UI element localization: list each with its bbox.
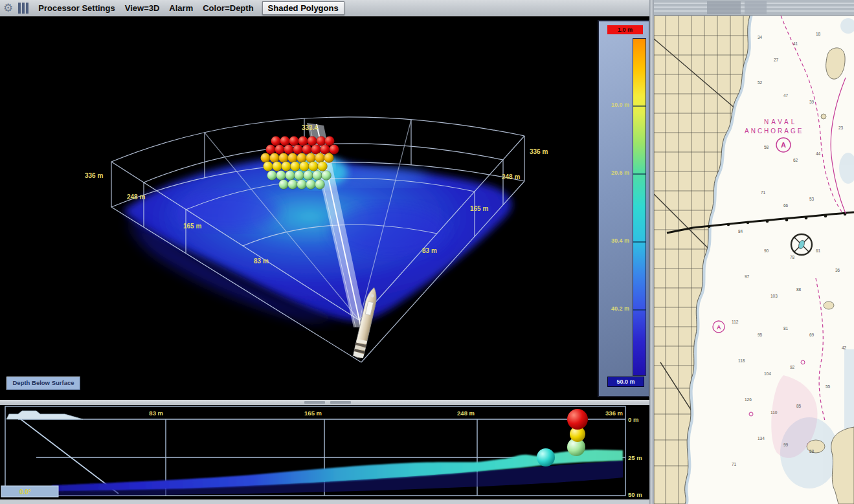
- scale-max-depth-badge: 50.0 m: [607, 377, 644, 387]
- svg-text:90: 90: [764, 248, 769, 253]
- svg-text:81: 81: [783, 326, 789, 331]
- bottom-frame-strip: [0, 499, 649, 504]
- nautical-chart-panel[interactable]: NAVAL ANCHORAGE A A 34274118524739586244…: [654, 0, 854, 504]
- svg-text:23: 23: [838, 126, 844, 130]
- vertical-splitter[interactable]: [649, 0, 654, 504]
- chart-toolbar-strip[interactable]: [654, 0, 854, 16]
- tab-shaded-polygons[interactable]: Shaded Polygons: [262, 1, 344, 15]
- svg-text:44: 44: [816, 151, 821, 156]
- svg-text:18: 18: [816, 32, 821, 36]
- target-peak-range-label: 333.4: [302, 124, 318, 131]
- profile-depth-50: 50 m: [628, 491, 642, 498]
- range-label-right-165: 165 m: [470, 205, 488, 212]
- svg-text:66: 66: [783, 203, 789, 208]
- scale-label-10m: 10.0 m: [599, 102, 629, 108]
- range-label-left-248: 248 m: [127, 193, 145, 201]
- scale-tick-10m: [633, 105, 646, 107]
- svg-text:58: 58: [809, 449, 815, 454]
- sonar-3d-viewport[interactable]: 336 m 248 m 165 m 83 m 336 m 248 m 165 m…: [0, 17, 649, 400]
- scale-tick-40m: [633, 309, 646, 311]
- svg-text:95: 95: [758, 333, 763, 337]
- app-window: ⚙ Processor Settings View=3D Alarm Color…: [0, 0, 854, 504]
- menu-item-view-3d[interactable]: View=3D: [125, 3, 160, 13]
- svg-text:103: 103: [770, 294, 778, 298]
- svg-text:134: 134: [758, 436, 765, 441]
- profile-range-165: 165 m: [304, 410, 322, 417]
- scale-min-depth-badge: 1.0 m: [607, 25, 643, 34]
- svg-text:110: 110: [770, 410, 778, 415]
- range-label-left-165: 165 m: [183, 223, 201, 230]
- svg-text:71: 71: [732, 462, 737, 466]
- svg-text:97: 97: [745, 274, 750, 279]
- svg-text:88: 88: [796, 287, 802, 292]
- scale-label-40m: 40.2 m: [599, 305, 629, 312]
- svg-text:85: 85: [796, 404, 802, 408]
- svg-text:41: 41: [793, 41, 798, 46]
- svg-text:71: 71: [761, 190, 766, 195]
- svg-text:112: 112: [732, 320, 739, 324]
- menu-item-processor-settings[interactable]: Processor Settings: [38, 3, 115, 13]
- profile-depth-25: 25 m: [628, 454, 642, 461]
- tilt-angle-badge: 0.0°: [1, 486, 58, 497]
- menu-item-color-depth[interactable]: Color=Depth: [203, 3, 253, 13]
- svg-text:118: 118: [738, 358, 745, 363]
- menu-item-alarm[interactable]: Alarm: [169, 3, 193, 13]
- svg-text:92: 92: [790, 365, 795, 369]
- scale-tick-30m: [633, 241, 646, 243]
- svg-text:58: 58: [764, 145, 769, 149]
- menu-bar: ⚙ Processor Settings View=3D Alarm Color…: [0, 0, 649, 17]
- anchorage-text-2: ANCHORAGE: [745, 127, 803, 135]
- svg-text:55: 55: [826, 384, 831, 389]
- range-label-left-336: 336 m: [85, 172, 103, 179]
- depth-below-surface-button[interactable]: Depth Below Surface: [6, 377, 80, 390]
- splitter-handle-1[interactable]: [304, 401, 325, 404]
- svg-text:47: 47: [783, 93, 789, 98]
- chart-toolbar-block-2[interactable]: [745, 1, 767, 14]
- tilt-angle-value: 0.0°: [19, 488, 31, 496]
- anchorage-text-1: NAVAL: [764, 118, 797, 126]
- scale-label-20m: 20.6 m: [599, 170, 629, 176]
- profile-range-83: 83 m: [149, 410, 163, 417]
- svg-text:36: 36: [835, 268, 840, 272]
- profile-range-248: 248 m: [457, 410, 475, 417]
- profile-depth-0: 0 m: [628, 416, 638, 423]
- svg-text:99: 99: [783, 443, 789, 447]
- horizontal-splitter[interactable]: [0, 400, 649, 405]
- depth-gradient-bar: [633, 38, 646, 376]
- settings-gear-icon[interactable]: ⚙: [3, 3, 13, 14]
- svg-text:61: 61: [816, 248, 821, 253]
- svg-text:84: 84: [738, 229, 743, 234]
- scale-label-30m: 30.4 m: [599, 237, 629, 244]
- svg-text:52: 52: [758, 80, 763, 85]
- svg-text:53: 53: [809, 197, 815, 201]
- depth-color-scale: 1.0 m 10.0 m 20.6 m 30.4 m 40.2 m 50.0 m: [598, 20, 650, 397]
- depth-profile-viewport[interactable]: 83 m 165 m 248 m 336 m 0 m 25 m 50 m 0.0…: [0, 405, 649, 499]
- splitter-handle-2[interactable]: [330, 401, 351, 404]
- range-label-left-83: 83 m: [254, 257, 269, 265]
- menu-grille-icon[interactable]: [18, 3, 28, 14]
- range-label-right-336: 336 m: [530, 148, 548, 155]
- svg-text:78: 78: [790, 255, 795, 259]
- chart-toolbar-block-1[interactable]: [707, 1, 741, 14]
- svg-text:39: 39: [809, 100, 815, 104]
- svg-text:69: 69: [809, 333, 815, 337]
- svg-text:126: 126: [745, 397, 752, 402]
- svg-text:62: 62: [793, 158, 798, 162]
- scale-tick-20m: [633, 173, 646, 175]
- svg-text:34: 34: [758, 35, 763, 39]
- profile-range-336: 336 m: [605, 410, 623, 417]
- svg-text:104: 104: [764, 371, 771, 376]
- range-label-right-248: 248 m: [502, 173, 520, 181]
- range-label-right-83: 83 m: [422, 247, 437, 254]
- svg-text:42: 42: [842, 345, 847, 350]
- anchorage-circle-a: A: [781, 141, 786, 149]
- svg-text:27: 27: [774, 58, 779, 62]
- anchorage-circle-a2: A: [717, 324, 721, 331]
